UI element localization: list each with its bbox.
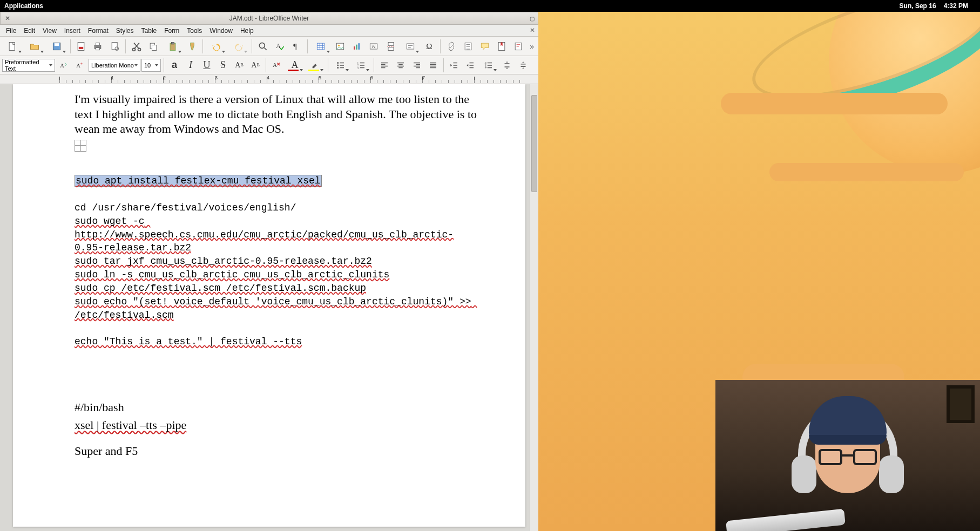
menu-table[interactable]: Table bbox=[138, 26, 161, 36]
code-line[interactable]: sudo tar jxf cmu_us_clb_arctic-0.95-rele… bbox=[75, 256, 372, 267]
insert-special-char-button[interactable]: Ω bbox=[422, 38, 437, 55]
vertical-scrollbar[interactable] bbox=[530, 84, 538, 531]
bullet-list-button[interactable] bbox=[331, 58, 350, 73]
ruler-tick-6: 6 bbox=[370, 75, 373, 80]
bold-button[interactable]: a bbox=[167, 58, 182, 73]
svg-rect-24 bbox=[359, 43, 360, 50]
strikethrough-button[interactable]: S bbox=[215, 58, 231, 73]
ruler-tick-5: 5 bbox=[319, 75, 321, 80]
code-line[interactable]: sudo wget -c http://www.speech.cs.cmu.ed… bbox=[75, 216, 454, 254]
find-replace-button[interactable] bbox=[255, 38, 271, 55]
insert-pagebreak-button[interactable] bbox=[383, 38, 398, 55]
open-button[interactable] bbox=[24, 38, 45, 55]
spellcheck-button[interactable]: A bbox=[272, 38, 287, 55]
decrease-para-spacing-button[interactable] bbox=[516, 58, 531, 73]
webcam-person bbox=[788, 385, 907, 526]
table-anchor-icon[interactable] bbox=[75, 140, 86, 152]
font-size-combo[interactable]: 10 bbox=[141, 59, 161, 72]
svg-rect-13 bbox=[152, 45, 156, 50]
scrollbar-thumb[interactable] bbox=[531, 95, 537, 192]
paste-button[interactable] bbox=[162, 38, 183, 55]
document-page[interactable]: I'm visually impaired is there a version… bbox=[13, 84, 525, 527]
svg-text:+: + bbox=[80, 60, 83, 65]
svg-text:A: A bbox=[60, 62, 64, 68]
menu-view[interactable]: View bbox=[39, 26, 60, 36]
menu-edit[interactable]: Edit bbox=[20, 26, 39, 36]
insert-image-button[interactable] bbox=[333, 38, 348, 55]
font-color-button[interactable]: A bbox=[285, 58, 305, 73]
menu-format[interactable]: Format bbox=[84, 26, 112, 36]
highlight-color-button[interactable] bbox=[306, 58, 325, 73]
line-spacing-button[interactable] bbox=[479, 58, 498, 73]
menu-file[interactable]: File bbox=[2, 26, 20, 36]
increase-indent-button[interactable] bbox=[447, 58, 462, 73]
new-document-button[interactable] bbox=[2, 38, 23, 55]
insert-textbox-button[interactable]: A bbox=[366, 38, 382, 55]
code-block[interactable]: sudo apt install festlex-cmu festival xs… bbox=[75, 161, 482, 362]
code-line[interactable]: sudo ln -s cmu_us_clb_arctic cmu_us_clb_… bbox=[75, 269, 389, 280]
align-justify-button[interactable] bbox=[425, 58, 441, 73]
menu-window[interactable]: Window bbox=[206, 26, 236, 36]
align-left-button[interactable] bbox=[377, 58, 392, 73]
underline-button[interactable]: U bbox=[199, 58, 214, 73]
subscript-button[interactable]: AB bbox=[248, 58, 263, 73]
code-line[interactable]: sudo echo "(set! voice_default 'voice_cm… bbox=[75, 296, 477, 321]
script-line[interactable]: xsel | festival –tts –pipe bbox=[75, 418, 482, 433]
print-button[interactable] bbox=[90, 38, 106, 55]
menu-tools[interactable]: Tools bbox=[183, 26, 206, 36]
save-button[interactable] bbox=[46, 38, 67, 55]
menu-form[interactable]: Form bbox=[160, 26, 183, 36]
window-maximize-button[interactable]: ▢ bbox=[528, 15, 536, 22]
applications-menu[interactable]: Applications bbox=[4, 2, 43, 10]
superscript-button[interactable]: AB bbox=[232, 58, 247, 73]
code-line[interactable]: echo "This is a test." | festival --tts bbox=[75, 336, 302, 347]
update-style-button[interactable]: A bbox=[56, 58, 71, 73]
font-name-combo[interactable]: Liberation Mono bbox=[89, 59, 140, 72]
cut-button[interactable] bbox=[129, 38, 144, 55]
svg-point-10 bbox=[132, 48, 135, 51]
insert-field-button[interactable] bbox=[400, 38, 421, 55]
align-right-button[interactable] bbox=[409, 58, 424, 73]
paragraph-style-combo[interactable]: Preformatted Text bbox=[2, 59, 55, 72]
numbered-list-button[interactable]: 123 bbox=[352, 58, 371, 73]
track-changes-button[interactable] bbox=[511, 38, 526, 55]
new-style-button[interactable]: A+ bbox=[72, 58, 87, 73]
insert-footnote-button[interactable] bbox=[460, 38, 476, 55]
insert-chart-button[interactable] bbox=[349, 38, 365, 55]
window-close-button[interactable]: ✕ bbox=[4, 15, 11, 22]
undo-button[interactable] bbox=[206, 38, 227, 55]
increase-para-spacing-button[interactable] bbox=[499, 58, 515, 73]
code-line[interactable]: cd /usr/share/festival/voices/english/ bbox=[75, 202, 296, 213]
svg-rect-6 bbox=[96, 43, 100, 45]
svg-text:Ω: Ω bbox=[426, 42, 432, 51]
copy-button[interactable] bbox=[145, 38, 161, 55]
insert-hyperlink-button[interactable] bbox=[443, 38, 459, 55]
formatting-marks-button[interactable]: ¶ bbox=[289, 38, 305, 55]
decrease-indent-button[interactable] bbox=[463, 58, 478, 73]
highlighted-command[interactable]: sudo apt install festlex-cmu festival xs… bbox=[75, 175, 322, 187]
document-close-button[interactable]: ✕ bbox=[530, 26, 535, 34]
svg-rect-22 bbox=[354, 46, 355, 50]
menu-styles[interactable]: Styles bbox=[112, 26, 138, 36]
align-center-button[interactable] bbox=[393, 58, 408, 73]
system-time: 4:32 PM bbox=[944, 2, 968, 10]
svg-rect-19 bbox=[317, 43, 324, 50]
print-preview-button[interactable] bbox=[107, 38, 123, 55]
horizontal-ruler[interactable]: 1 2 3 4 5 6 7 bbox=[0, 74, 538, 84]
italic-button[interactable]: I bbox=[183, 58, 198, 73]
shortcut-line[interactable]: Super and F5 bbox=[75, 444, 482, 459]
menu-help[interactable]: Help bbox=[236, 26, 258, 36]
redo-button[interactable] bbox=[228, 38, 249, 55]
code-line[interactable]: sudo cp /etc/festival.scm /etc/festival.… bbox=[75, 283, 366, 294]
clone-formatting-button[interactable] bbox=[184, 38, 200, 55]
insert-bookmark-button[interactable] bbox=[494, 38, 510, 55]
window-titlebar[interactable]: ✕ JAM.odt - LibreOffice Writer ▢ bbox=[0, 12, 538, 25]
script-header[interactable]: #/bin/bash bbox=[75, 400, 482, 415]
toolbar-overflow-button[interactable]: » bbox=[528, 42, 536, 51]
insert-comment-button[interactable] bbox=[477, 38, 493, 55]
menu-insert[interactable]: Insert bbox=[60, 26, 84, 36]
insert-table-button[interactable] bbox=[310, 38, 332, 55]
intro-paragraph[interactable]: I'm visually impaired is there a version… bbox=[75, 92, 482, 137]
export-pdf-button[interactable] bbox=[73, 38, 89, 55]
clear-formatting-button[interactable]: A bbox=[269, 58, 284, 73]
